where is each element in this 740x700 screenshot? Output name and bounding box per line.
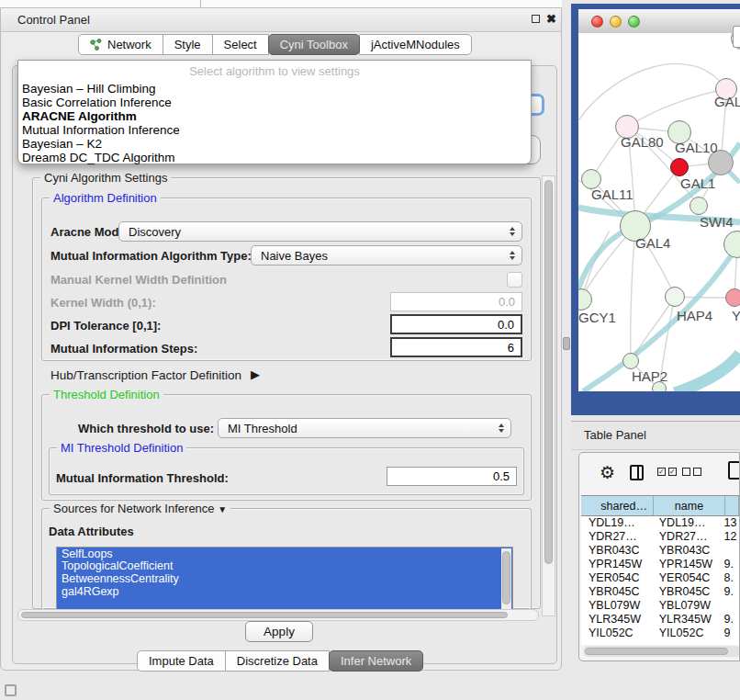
table-row[interactable]: YBR043CYBR043C bbox=[581, 544, 739, 558]
tab-style[interactable]: Style bbox=[163, 34, 213, 55]
minimize-traffic-light[interactable] bbox=[610, 16, 622, 28]
network-icon bbox=[90, 39, 102, 51]
node-label-swi4: SWI4 bbox=[700, 214, 734, 230]
mi-threshold-field[interactable]: 0.5 bbox=[387, 467, 517, 486]
close-window-icon[interactable]: ✖ bbox=[546, 14, 556, 25]
select-all-checkboxes-icon[interactable]: ✓ ✓ bbox=[657, 468, 677, 476]
kernel-width-label: Kernel Width (0,1): bbox=[50, 296, 156, 310]
control-panel-window: Control Panel ✖ Network Style bbox=[0, 7, 562, 671]
settings-vertical-scrollbar-thumb[interactable] bbox=[544, 180, 553, 564]
settings-gear-icon[interactable]: ⚙ bbox=[600, 462, 615, 483]
panel-splitter-handle[interactable] bbox=[563, 337, 570, 350]
table-horizontal-scrollbar[interactable] bbox=[583, 646, 740, 657]
tab-infer-network[interactable]: Infer Network bbox=[329, 650, 423, 672]
manual-kernel-checkbox[interactable] bbox=[507, 272, 522, 288]
dpi-tolerance-field[interactable]: 0.0 bbox=[390, 314, 522, 334]
column-header-partial[interactable] bbox=[725, 496, 739, 516]
network-view-titlebar[interactable] bbox=[578, 9, 740, 34]
column-header-name[interactable]: name bbox=[654, 496, 725, 516]
table-row[interactable]: YER054CYER054C8. bbox=[581, 571, 739, 585]
tab-network-label: Network bbox=[107, 38, 151, 51]
node-hap4[interactable] bbox=[665, 287, 685, 307]
table-header-row: shared… name bbox=[581, 496, 739, 516]
mi-threshold-label: Mutual Information Threshold: bbox=[56, 471, 229, 485]
algorithm-definition-legend: Algorithm Definition bbox=[50, 191, 161, 205]
list-item-betweennesscentrality[interactable]: BetweennessCentrality bbox=[57, 572, 512, 585]
table-panel-header[interactable]: Table Panel bbox=[571, 421, 740, 450]
aracne-mode-combo[interactable]: Discovery bbox=[118, 221, 522, 242]
which-threshold-value: MI Threshold bbox=[228, 422, 496, 435]
network-canvas[interactable]: GAL GAL80 GAL10 GAL1 GAL11 SWI4 GAL4 GCY… bbox=[578, 33, 740, 391]
node-swi4[interactable] bbox=[690, 197, 708, 215]
cyni-algorithm-settings-legend: Cyni Algorithm Settings bbox=[40, 171, 171, 185]
tab-impute-data[interactable]: Impute Data bbox=[137, 650, 226, 672]
dropdown-item-mutual-information[interactable]: Mutual Information Inference bbox=[22, 123, 180, 137]
table-row[interactable]: YLR345WYLR345W9. bbox=[581, 613, 739, 627]
list-item-topologicalcoefficient[interactable]: TopologicalCoefficient bbox=[57, 560, 512, 573]
dropdown-item-bayesian-hill-climbing[interactable]: Bayesian – Hill Climbing bbox=[22, 82, 156, 96]
table-horizontal-scrollbar-thumb[interactable] bbox=[585, 648, 728, 655]
combo-stepper-icon bbox=[507, 251, 518, 260]
tab-infer-network-label: Infer Network bbox=[341, 654, 411, 668]
node-gal1[interactable] bbox=[670, 158, 689, 176]
float-window-icon[interactable] bbox=[532, 15, 540, 23]
tab-cyni-toolbox[interactable]: Cyni Toolbox bbox=[268, 34, 360, 55]
top-strip-divider bbox=[200, 0, 201, 7]
network-view-window[interactable]: GAL GAL80 GAL10 GAL1 GAL11 SWI4 GAL4 GCY… bbox=[571, 4, 740, 415]
close-traffic-light[interactable] bbox=[591, 16, 603, 28]
node-label-gal1: GAL1 bbox=[680, 175, 715, 191]
tab-jactivemnodules-label: jActiveMNodules bbox=[371, 38, 460, 51]
table-panel-window: ⚙ ✓ ✓ shared… name bbox=[578, 452, 740, 661]
columns-icon[interactable] bbox=[630, 465, 644, 480]
table-row[interactable]: YPR145WYPR145W9. bbox=[581, 558, 739, 571]
mi-type-combo[interactable]: Naive Bayes bbox=[251, 245, 522, 265]
attr-list-scrollbar-thumb[interactable] bbox=[502, 551, 510, 604]
which-threshold-combo[interactable]: MI Threshold bbox=[218, 418, 511, 438]
sources-legend-text: Sources for Network Inference bbox=[53, 502, 215, 515]
hub-section-label[interactable]: Hub/Transcription Factor Definition bbox=[50, 368, 241, 382]
attr-list-scrollbar[interactable] bbox=[501, 548, 511, 610]
minimized-panel-button[interactable] bbox=[5, 684, 17, 696]
manual-kernel-label: Manual Kernel Width Definition bbox=[50, 273, 227, 287]
control-panel-titlebar[interactable]: Control Panel ✖ bbox=[1, 8, 561, 32]
sources-collapse-arrow-icon[interactable]: ▼ bbox=[218, 504, 227, 514]
new-table-icon[interactable] bbox=[728, 461, 740, 480]
tab-discretize-data[interactable]: Discretize Data bbox=[225, 650, 330, 672]
mi-steps-field[interactable]: 6 bbox=[390, 337, 522, 357]
tab-discretize-data-label: Discretize Data bbox=[237, 654, 318, 668]
node-hap2[interactable] bbox=[622, 353, 639, 369]
which-threshold-label: Which threshold to use: bbox=[78, 422, 214, 435]
dropdown-item-aracne[interactable]: ARACNE Algorithm bbox=[22, 109, 137, 123]
dropdown-item-bayesian-k2[interactable]: Bayesian – K2 bbox=[22, 137, 102, 151]
adjacent-window-fragment bbox=[733, 26, 740, 48]
data-attributes-label: Data Attributes bbox=[49, 525, 134, 538]
list-item-gal4rgexp[interactable]: gal4RGexp bbox=[57, 585, 512, 598]
table-row[interactable]: YBR045CYBR045C9. bbox=[581, 585, 739, 599]
apply-button[interactable]: Apply bbox=[245, 621, 313, 642]
hub-expand-arrow-icon[interactable]: ▶ bbox=[251, 367, 260, 381]
node-salmon[interactable] bbox=[725, 288, 740, 307]
dropdown-item-basic-correlation[interactable]: Basic Correlation Inference bbox=[22, 96, 172, 109]
table-row[interactable]: YBL079WYBL079W bbox=[581, 599, 739, 613]
settings-vertical-scrollbar[interactable] bbox=[542, 175, 555, 616]
column-header-shared-name[interactable]: shared… bbox=[581, 496, 654, 516]
algorithm-dropdown: Select algorithm to view settings Bayesi… bbox=[17, 60, 532, 164]
settings-horizontal-scrollbar[interactable] bbox=[17, 609, 539, 621]
tab-cyni-toolbox-label: Cyni Toolbox bbox=[280, 38, 348, 51]
deselect-all-checkboxes-icon[interactable] bbox=[682, 468, 701, 476]
tab-network[interactable]: Network bbox=[78, 34, 163, 55]
settings-horizontal-scrollbar-thumb[interactable] bbox=[21, 612, 508, 618]
list-item-partial[interactable] bbox=[57, 597, 512, 610]
dropdown-item-dream8[interactable]: Dream8 DC_TDC Algorithm bbox=[22, 151, 175, 164]
tab-select[interactable]: Select bbox=[212, 34, 269, 55]
sources-legend[interactable]: Sources for Network Inference ▼ bbox=[50, 502, 230, 515]
tab-jactivemnodules[interactable]: jActiveMNodules bbox=[359, 34, 472, 55]
zoom-traffic-light[interactable] bbox=[628, 16, 640, 28]
table-row[interactable]: YDR27…YDR27…12 bbox=[581, 530, 739, 544]
table-row[interactable]: YDL19…YDL19…13 bbox=[581, 516, 739, 530]
node-label-gal11: GAL11 bbox=[591, 186, 633, 202]
data-attributes-list[interactable]: SelfLoops TopologicalCoefficient Between… bbox=[56, 547, 513, 612]
cyni-bottom-tabs: Impute Data Discretize Data Infer Networ… bbox=[137, 650, 423, 672]
table-row[interactable]: YIL052CYIL052C9 bbox=[581, 627, 739, 640]
list-item-selfloops[interactable]: SelfLoops bbox=[57, 548, 512, 560]
